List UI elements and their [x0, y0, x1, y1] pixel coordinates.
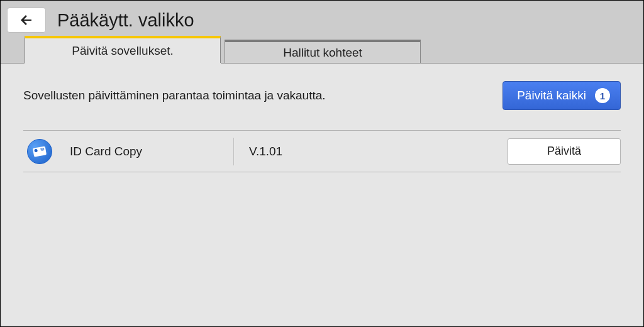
- update-count-badge: 1: [595, 88, 610, 103]
- tab-managed-items[interactable]: Hallitut kohteet: [225, 40, 421, 64]
- header-bar: Pääkäytt. valikko: [1, 1, 643, 36]
- tab-strip: Päivitä sovellukset. Hallitut kohteet: [1, 36, 643, 64]
- tab-label: Hallitut kohteet: [283, 46, 362, 60]
- app-icon-cell: [23, 139, 70, 164]
- tab-seam: [25, 63, 221, 64]
- app-name: ID Card Copy: [70, 145, 233, 158]
- update-all-label: Päivitä kaikki: [517, 89, 586, 103]
- arrow-left-icon: [19, 13, 34, 28]
- id-card-icon: [27, 139, 52, 164]
- content-panel: Sovellusten päivittäminen parantaa toimi…: [1, 63, 643, 327]
- page-title: Pääkäytt. valikko: [57, 10, 194, 31]
- panel-inner: Sovellusten päivittäminen parantaa toimi…: [1, 64, 643, 172]
- app-version: V.1.01: [233, 138, 495, 165]
- panel-head-row: Sovellusten päivittäminen parantaa toimi…: [23, 81, 621, 110]
- update-button[interactable]: Päivitä: [508, 138, 621, 165]
- update-all-button[interactable]: Päivitä kaikki 1: [502, 81, 621, 110]
- app-row: ID Card Copy V.1.01 Päivitä: [23, 131, 621, 172]
- back-button[interactable]: [7, 8, 46, 33]
- tab-update-apps[interactable]: Päivitä sovellukset.: [25, 36, 221, 64]
- tab-label: Päivitä sovellukset.: [72, 44, 174, 58]
- app-action-cell: Päivitä: [495, 138, 621, 165]
- panel-description: Sovellusten päivittäminen parantaa toimi…: [23, 89, 326, 103]
- app-list: ID Card Copy V.1.01 Päivitä: [23, 130, 621, 172]
